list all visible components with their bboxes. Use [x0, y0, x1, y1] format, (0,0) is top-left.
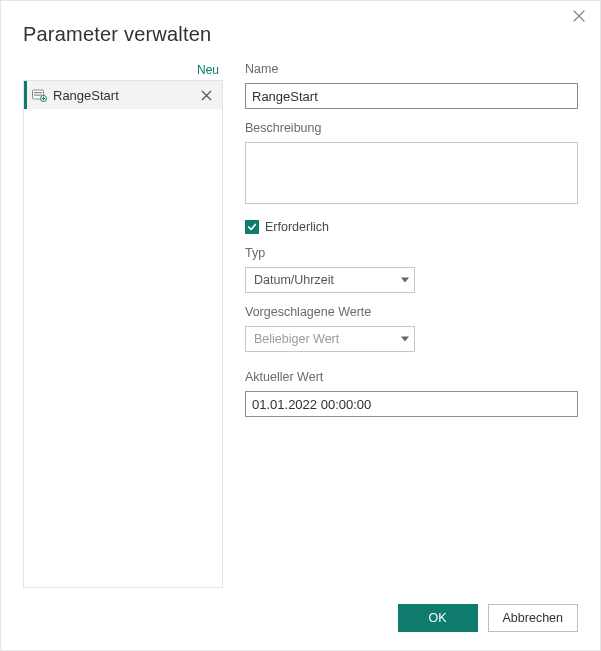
remove-parameter-icon[interactable]: [197, 90, 216, 101]
type-select[interactable]: Datum/Uhrzeit: [245, 267, 415, 293]
dialog-footer: OK Abbrechen: [23, 588, 578, 632]
svg-rect-1: [34, 92, 42, 93]
suggested-values-label: Vorgeschlagene Werte: [245, 305, 578, 319]
dialog-title: Parameter verwalten: [23, 23, 578, 46]
parameter-item-label: RangeStart: [53, 88, 191, 103]
new-parameter-link[interactable]: Neu: [197, 63, 219, 77]
name-label: Name: [245, 62, 578, 76]
current-value-input[interactable]: [245, 391, 578, 417]
parameter-icon: [31, 87, 47, 103]
parameter-form: Name Beschreibung Erforderlich Typ Datum…: [245, 62, 578, 588]
type-select-value: Datum/Uhrzeit: [254, 273, 334, 287]
current-value-label: Aktueller Wert: [245, 370, 578, 384]
name-input[interactable]: [245, 83, 578, 109]
required-checkbox[interactable]: [245, 220, 259, 234]
manage-parameters-dialog: Parameter verwalten Neu: [0, 0, 601, 651]
type-label: Typ: [245, 246, 578, 260]
svg-rect-2: [34, 95, 42, 96]
chevron-down-icon: [401, 337, 409, 342]
close-icon[interactable]: [572, 9, 586, 23]
parameter-list: RangeStart: [23, 80, 223, 588]
description-input[interactable]: [245, 142, 578, 204]
description-label: Beschreibung: [245, 121, 578, 135]
ok-button[interactable]: OK: [398, 604, 478, 632]
suggested-values-select-value: Beliebiger Wert: [254, 332, 339, 346]
chevron-down-icon: [401, 278, 409, 283]
parameter-list-panel: Neu RangeStart: [23, 62, 223, 588]
cancel-button[interactable]: Abbrechen: [488, 604, 578, 632]
required-label: Erforderlich: [265, 220, 329, 234]
suggested-values-select[interactable]: Beliebiger Wert: [245, 326, 415, 352]
parameter-item[interactable]: RangeStart: [24, 81, 222, 109]
